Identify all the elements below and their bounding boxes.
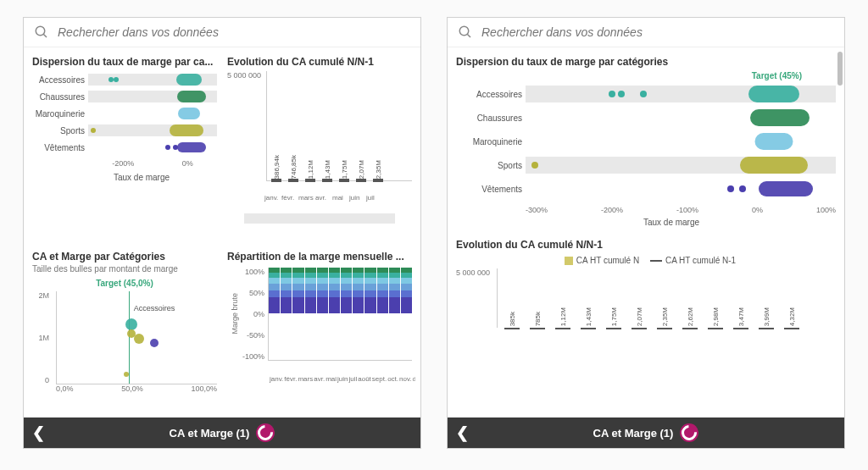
search-icon xyxy=(458,25,473,40)
panel-dispersion[interactable]: Dispersion du taux de marge par ca... Ac… xyxy=(29,53,220,244)
panel-title: Dispersion du taux de marge par ca... xyxy=(32,56,217,68)
sheet-title[interactable]: CA et Marge (1) xyxy=(170,427,250,440)
sheet-title[interactable]: CA et Marge (1) xyxy=(593,427,674,440)
panel-subtitle: Taille des bulles par montant de marge xyxy=(32,264,217,274)
chart-legend: CA HT cumulé N CA HT cumulé N-1 xyxy=(456,252,836,268)
panel-title: Répartition de la marge mensuelle ... xyxy=(227,251,412,263)
panel-ca-marge[interactable]: CA et Marge par Catégories Taille des bu… xyxy=(29,247,220,413)
bottom-bar: ❮ CA et Marge (1) xyxy=(24,417,420,448)
scrollbar-thumb[interactable] xyxy=(837,52,843,86)
search-icon xyxy=(34,25,49,40)
svg-point-0 xyxy=(36,26,45,36)
search-input[interactable] xyxy=(58,25,410,39)
dashboard-mobile-view-zoomed: Dispersion du taux de marge par catégori… xyxy=(447,17,845,449)
search-bar[interactable] xyxy=(24,18,420,47)
search-bar[interactable] xyxy=(448,18,844,47)
panel-title: Evolution du CA cumulé N/N-1 xyxy=(456,239,836,251)
bubble-chart: Accessoires xyxy=(56,291,217,384)
back-button[interactable]: ❮ xyxy=(32,423,45,442)
panel-title: Evolution du CA cumulé N/N-1 xyxy=(227,56,412,68)
target-label: Target (45,0%) xyxy=(32,279,217,288)
panel-title: Dispersion du taux de marge par catégori… xyxy=(456,56,836,68)
sheet-icon[interactable] xyxy=(680,423,698,442)
svg-line-3 xyxy=(467,34,470,37)
sheet-icon[interactable] xyxy=(256,423,275,442)
panel-dispersion-large[interactable]: Dispersion du taux de marge par catégori… xyxy=(453,53,839,230)
dashboard-mobile-view: Dispersion du taux de marge par ca... Ac… xyxy=(23,17,421,449)
svg-line-1 xyxy=(43,34,47,37)
scroll-indicator[interactable] xyxy=(244,213,395,224)
bottom-bar: ❮ CA et Marge (1) xyxy=(448,417,844,448)
back-button[interactable]: ❮ xyxy=(456,423,469,442)
panel-evolution-large[interactable]: Evolution du CA cumulé N/N-1 CA HT cumul… xyxy=(453,235,839,412)
panel-repartition[interactable]: Répartition de la marge mensuelle ... Ma… xyxy=(224,247,415,413)
search-input[interactable] xyxy=(481,25,834,39)
panel-title: CA et Marge par Catégories xyxy=(32,251,217,263)
svg-point-2 xyxy=(459,26,469,36)
target-label: Target (45%) xyxy=(456,71,836,80)
panel-evolution[interactable]: Evolution du CA cumulé N/N-1 5 000 000 3… xyxy=(224,53,415,244)
